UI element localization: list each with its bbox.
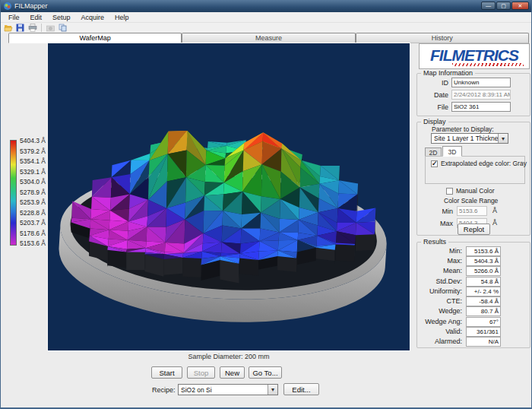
result-label: Std.Dev:: [435, 277, 462, 285]
stop-button[interactable]: Stop: [187, 366, 215, 379]
extrapolated-edge-checkbox[interactable]: [431, 160, 438, 167]
tab-history[interactable]: History: [356, 33, 529, 43]
result-row-max: Max:5404.3 Å: [416, 257, 530, 266]
color-scale-tick: 5379.2 Å: [20, 147, 50, 156]
result-label: Alarmed:: [435, 338, 462, 345]
min-unit: Å: [492, 207, 497, 214]
parameter-to-display-label: Parameter to Display:: [432, 125, 494, 133]
color-scale-tick: 5329.1 Å: [20, 167, 50, 176]
menu-acquire[interactable]: Acquire: [76, 12, 110, 23]
parameter-combobox[interactable]: Site 1 Layer 1 Thickness: [431, 133, 508, 144]
id-label: ID: [416, 79, 448, 87]
result-value: 5153.6 Å: [466, 246, 501, 256]
chevron-down-icon[interactable]: [498, 134, 508, 143]
menu-help[interactable]: Help: [109, 12, 135, 23]
result-value: -58.4 Å: [466, 296, 501, 306]
id-field[interactable]: Unknown: [451, 78, 511, 87]
map-information-title: Map Information: [421, 69, 475, 77]
file-field[interactable]: SiO2 361: [451, 102, 511, 112]
results-rows: Min:5153.6 Å Max:5404.3 Å Mean:5266.0 Å …: [416, 247, 530, 347]
wafer-3d-plot[interactable]: [48, 43, 410, 350]
recipe-combobox[interactable]: SiO2 on Si: [178, 384, 278, 395]
color-scale-range-label: Color Scale Range: [444, 197, 498, 204]
result-label: Max:: [447, 257, 462, 265]
result-label: Min:: [449, 247, 462, 255]
tab-measure[interactable]: Measure: [182, 33, 355, 43]
result-label: CTE:: [446, 297, 462, 305]
color-scale-labels: 5404.3 Å 5379.2 Å 5354.1 Å 5329.1 Å 5304…: [20, 136, 50, 248]
goto-button[interactable]: Go To...: [249, 366, 282, 379]
replot-button[interactable]: Replot: [458, 224, 490, 235]
result-row-min: Min:5153.6 Å: [416, 247, 530, 256]
start-button[interactable]: Start: [151, 366, 182, 379]
app-window: FILMapper — ▢ ✕ File Edit Setup Acquire …: [0, 0, 532, 409]
result-label: Wedge:: [439, 307, 462, 315]
result-row-wedge-ang: Wedge Ang:67°: [416, 318, 530, 327]
filmetrics-logo-text: FILMETRICS: [420, 46, 529, 65]
result-value: N/A: [466, 337, 501, 347]
color-scale-tick: 5354.1 Å: [20, 157, 50, 166]
edit-recipe-button[interactable]: Edit...: [283, 383, 319, 395]
display-title: Display: [421, 118, 448, 125]
min-field[interactable]: 5153.6: [457, 206, 487, 216]
logo-hatch-decoration: [452, 63, 524, 66]
result-value: 67°: [466, 317, 501, 327]
max-unit: Å: [492, 219, 497, 227]
menu-bar: File Edit Setup Acquire Help: [1, 12, 531, 23]
menu-setup[interactable]: Setup: [47, 12, 76, 23]
new-button[interactable]: New: [220, 366, 245, 379]
toolbar: [1, 23, 531, 33]
color-scale-tick: 5404.3 Å: [20, 136, 50, 145]
result-row-cte: CTE:-58.4 Å: [416, 297, 530, 306]
screenshot-icon[interactable]: [46, 24, 55, 33]
tab-wafermap[interactable]: WaferMap: [8, 33, 182, 43]
result-value: 5404.3 Å: [466, 256, 501, 266]
close-button[interactable]: ✕: [511, 2, 529, 10]
result-value: +/- 2.4 %: [466, 287, 501, 296]
color-scale-tick: 5203.7 Å: [20, 218, 50, 227]
color-scale-tick: 5153.6 Å: [20, 239, 50, 248]
result-value: 5266.0 Å: [466, 266, 501, 276]
file-label: File: [416, 103, 448, 111]
result-row-alarmed: Alarmed:N/A: [416, 338, 530, 347]
result-row-uniformity: Uniformity:+/- 2.4 %: [416, 287, 530, 296]
app-icon: [4, 2, 11, 10]
chevron-down-icon[interactable]: [268, 385, 277, 395]
color-scale-tick: 5228.8 Å: [20, 208, 50, 217]
minimize-button[interactable]: —: [481, 2, 496, 10]
color-scale-tick: 5178.6 Å: [20, 229, 50, 238]
color-scale-tick: 5304.0 Å: [20, 177, 50, 186]
color-scale-tick: 5278.9 Å: [20, 188, 50, 197]
copy-icon[interactable]: [58, 24, 68, 33]
result-row-stddev: Std.Dev:54.8 Å: [416, 277, 530, 287]
result-label: Uniformity:: [429, 287, 462, 295]
open-file-icon[interactable]: [3, 24, 13, 33]
result-value: 361/361: [466, 327, 501, 337]
manual-color-checkbox-row: Manual Color: [446, 187, 495, 195]
save-icon[interactable]: [15, 24, 25, 33]
menu-file[interactable]: File: [3, 12, 25, 23]
result-row-valid: Valid:361/361: [416, 328, 530, 337]
date-field[interactable]: 2/24/2012 8:39:11 AM: [451, 90, 511, 100]
result-row-wedge: Wedge:80.7 Å: [416, 307, 530, 316]
tab-3d[interactable]: 3D: [442, 146, 462, 157]
print-icon[interactable]: [27, 24, 37, 33]
maximize-button[interactable]: ▢: [496, 2, 511, 10]
result-value: 54.8 Å: [466, 277, 501, 287]
min-label: Min: [426, 208, 453, 215]
color-scale-bar: [10, 140, 17, 246]
result-row-mean: Mean:5266.0 Å: [416, 267, 530, 276]
max-label: Max: [426, 220, 453, 227]
recipe-value: SiO2 on Si: [179, 386, 268, 394]
parameter-value: Site 1 Layer 1 Thickness: [432, 135, 498, 142]
extrapolated-edge-checkbox-row: Extrapolated edge color: Gray: [431, 160, 527, 167]
extrapolated-edge-label: Extrapolated edge color: Gray: [441, 160, 527, 167]
manual-color-checkbox[interactable]: [446, 188, 453, 195]
result-value: 80.7 Å: [466, 306, 501, 316]
menu-edit[interactable]: Edit: [25, 12, 48, 23]
result-label: Valid:: [445, 328, 462, 335]
manual-color-label: Manual Color: [456, 187, 495, 195]
main-tabs: WaferMap Measure History: [1, 33, 531, 43]
title-bar: FILMapper — ▢ ✕: [1, 0, 531, 12]
window-title: FILMapper: [14, 2, 48, 10]
